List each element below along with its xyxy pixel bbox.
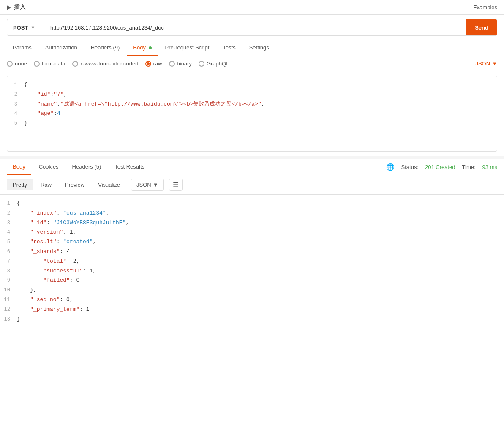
method-select[interactable]: POST ▼ (7, 21, 45, 34)
tab-settings[interactable]: Settings (243, 40, 275, 56)
resp-line-4: 4 "_version": 1, (0, 228, 504, 237)
insert-toggle[interactable]: ▶ 插入 (7, 3, 26, 11)
resp-tab-cookies[interactable]: Cookies (33, 159, 65, 175)
request-body-editor[interactable]: 1 { 2 "id":"7", 3 "name":"成语<a href=\"ht… (7, 76, 497, 152)
json-chevron-icon: ▼ (492, 60, 497, 67)
time-value: 93 ms (482, 164, 497, 170)
url-input[interactable] (45, 21, 466, 34)
tab-pre-request-script[interactable]: Pre-request Script (159, 40, 215, 56)
format-none[interactable]: none (7, 60, 27, 67)
response-header: Body Cookies Headers (5) Test Results 🌐 … (0, 159, 504, 175)
tab-params[interactable]: Params (7, 40, 38, 56)
radio-raw-icon (145, 61, 151, 67)
radio-form-data-icon (34, 61, 40, 67)
req-line-4: 4 "age":4 (7, 109, 497, 119)
resp-line-1: 1 { (0, 199, 504, 209)
response-body-editor: 1 { 2 "_index": "cus_ana1234", 3 "_id": … (0, 195, 504, 330)
response-format-bar: Pretty Raw Preview Visualize JSON ▼ ☰ (0, 175, 504, 195)
method-chevron-icon: ▼ (30, 25, 35, 30)
resp-format-raw[interactable]: Raw (35, 179, 57, 190)
format-form-data[interactable]: form-data (34, 60, 65, 67)
insert-label: 插入 (14, 3, 26, 11)
resp-line-10: 10 }, (0, 285, 504, 295)
resp-wrap-button[interactable]: ☰ (169, 179, 183, 191)
body-format-bar: none form-data x-www-form-urlencoded raw… (0, 56, 504, 71)
resp-line-6: 6 "_shards": { (0, 247, 504, 257)
resp-line-5: 5 "result": "created", (0, 237, 504, 247)
resp-line-2: 2 "_index": "cus_ana1234", (0, 209, 504, 218)
send-button[interactable]: Send (466, 19, 497, 35)
req-line-5: 5 } (7, 119, 497, 128)
globe-icon: 🌐 (386, 163, 395, 171)
tab-tests[interactable]: Tests (217, 40, 241, 56)
format-graphql[interactable]: GraphQL (199, 60, 229, 67)
req-line-2: 2 "id":"7", (7, 90, 497, 100)
response-status: 🌐 Status: 201 Created Time: 93 ms (386, 163, 497, 171)
resp-tab-body[interactable]: Body (7, 159, 31, 175)
tab-authorization[interactable]: Authorization (39, 40, 83, 56)
tab-headers[interactable]: Headers (9) (85, 40, 126, 56)
radio-urlencoded-icon (72, 61, 78, 67)
req-line-1: 1 { (7, 80, 497, 90)
resp-line-11: 11 "_seq_no": 0, (0, 295, 504, 305)
body-dot-indicator (149, 46, 152, 49)
resp-format-preview[interactable]: Preview (59, 179, 90, 190)
request-tabs: Params Authorization Headers (9) Body Pr… (0, 40, 504, 56)
format-urlencoded[interactable]: x-www-form-urlencoded (72, 60, 139, 67)
resp-line-12: 12 "_primary_term": 1 (0, 305, 504, 315)
method-label: POST (13, 24, 28, 31)
resp-tab-test-results[interactable]: Test Results (109, 159, 150, 175)
resp-format-pretty[interactable]: Pretty (7, 179, 33, 190)
format-binary[interactable]: binary (169, 60, 192, 67)
json-dropdown[interactable]: JSON ▼ (475, 60, 497, 67)
radio-binary-icon (169, 61, 175, 67)
resp-tab-headers[interactable]: Headers (5) (66, 159, 107, 175)
tab-body[interactable]: Body (127, 40, 157, 56)
req-line-3: 3 "name":"成语<a href=\"http://www.baidu.c… (7, 100, 497, 109)
section-divider (0, 156, 504, 159)
resp-line-7: 7 "total": 2, (0, 257, 504, 266)
radio-graphql-icon (199, 61, 204, 67)
resp-format-visualize[interactable]: Visualize (92, 179, 126, 190)
status-value: 201 Created (425, 164, 455, 170)
format-raw[interactable]: raw (145, 60, 162, 67)
radio-none-icon (7, 61, 13, 67)
top-bar: ▶ 插入 Examples (0, 0, 504, 15)
resp-json-dropdown[interactable]: JSON ▼ (131, 179, 164, 191)
resp-line-9: 9 "failed": 0 (0, 276, 504, 285)
resp-line-8: 8 "successful": 1, (0, 266, 504, 276)
arrow-icon: ▶ (7, 4, 11, 11)
resp-line-13: 13 } (0, 315, 504, 324)
resp-line-3: 3 "_id": "J1C3WoYB8E3quhJuLthE", (0, 218, 504, 228)
resp-json-chevron-icon: ▼ (153, 182, 158, 188)
url-bar: POST ▼ Send (7, 19, 497, 36)
examples-link[interactable]: Examples (473, 4, 497, 11)
